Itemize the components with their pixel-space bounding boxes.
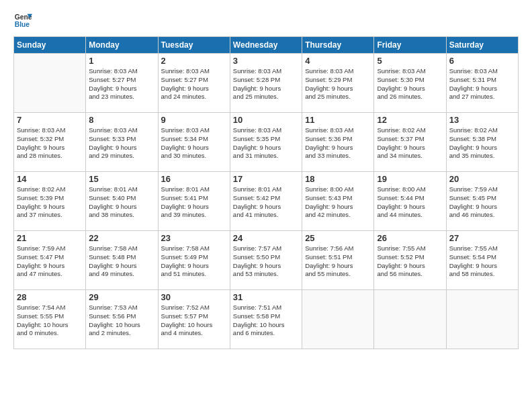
day-number: 12 (377, 115, 443, 125)
cell-details: Sunrise: 7:52 AMSunset: 5:57 PMDaylight:… (161, 304, 227, 338)
calendar-cell: 21Sunrise: 7:59 AMSunset: 5:47 PMDayligh… (14, 231, 86, 290)
day-number: 27 (449, 233, 515, 243)
calendar-table: SundayMondayTuesdayWednesdayThursdayFrid… (13, 36, 519, 349)
calendar-cell: 7Sunrise: 8:03 AMSunset: 5:32 PMDaylight… (14, 113, 86, 172)
cell-details: Sunrise: 8:03 AMSunset: 5:27 PMDaylight:… (161, 67, 227, 101)
day-number: 3 (233, 56, 299, 66)
calendar-cell: 24Sunrise: 7:57 AMSunset: 5:50 PMDayligh… (230, 231, 302, 290)
calendar-cell: 19Sunrise: 8:00 AMSunset: 5:44 PMDayligh… (374, 172, 446, 231)
calendar-cell: 29Sunrise: 7:53 AMSunset: 5:56 PMDayligh… (86, 290, 158, 349)
cell-details: Sunrise: 8:03 AMSunset: 5:32 PMDaylight:… (17, 126, 83, 161)
calendar-cell: 8Sunrise: 8:03 AMSunset: 5:33 PMDaylight… (86, 113, 158, 172)
day-number: 26 (377, 233, 443, 243)
calendar-cell: 28Sunrise: 7:54 AMSunset: 5:55 PMDayligh… (14, 290, 86, 349)
calendar-cell: 10Sunrise: 8:03 AMSunset: 5:35 PMDayligh… (230, 113, 302, 172)
cell-details: Sunrise: 7:57 AMSunset: 5:50 PMDaylight:… (233, 244, 299, 279)
calendar-cell: 26Sunrise: 7:55 AMSunset: 5:52 PMDayligh… (374, 231, 446, 290)
cell-details: Sunrise: 8:03 AMSunset: 5:35 PMDaylight:… (233, 126, 299, 161)
calendar-cell: 1Sunrise: 8:03 AMSunset: 5:27 PMDaylight… (86, 54, 158, 113)
calendar-cell: 3Sunrise: 8:03 AMSunset: 5:28 PMDaylight… (230, 54, 302, 113)
calendar-week-row: 28Sunrise: 7:54 AMSunset: 5:55 PMDayligh… (14, 290, 519, 349)
calendar-cell: 15Sunrise: 8:01 AMSunset: 5:40 PMDayligh… (86, 172, 158, 231)
calendar-cell: 18Sunrise: 8:00 AMSunset: 5:43 PMDayligh… (302, 172, 374, 231)
weekday-header-row: SundayMondayTuesdayWednesdayThursdayFrid… (14, 37, 519, 54)
day-number: 18 (305, 174, 371, 184)
cell-details: Sunrise: 8:01 AMSunset: 5:42 PMDaylight:… (233, 185, 299, 220)
cell-details: Sunrise: 7:51 AMSunset: 5:58 PMDaylight:… (233, 304, 299, 338)
cell-details: Sunrise: 8:03 AMSunset: 5:33 PMDaylight:… (89, 126, 154, 161)
cell-details: Sunrise: 7:54 AMSunset: 5:55 PMDaylight:… (17, 304, 83, 338)
cell-details: Sunrise: 8:03 AMSunset: 5:34 PMDaylight:… (161, 126, 227, 161)
weekday-header-wednesday: Wednesday (230, 37, 302, 54)
day-number: 23 (161, 233, 227, 243)
day-number: 22 (89, 233, 154, 243)
cell-details: Sunrise: 8:03 AMSunset: 5:30 PMDaylight:… (377, 67, 443, 101)
page-header: General Blue (13, 11, 519, 30)
cell-details: Sunrise: 7:59 AMSunset: 5:47 PMDaylight:… (17, 244, 83, 279)
calendar-cell (446, 290, 518, 349)
day-number: 14 (17, 174, 83, 184)
day-number: 25 (305, 233, 371, 243)
calendar-cell (302, 290, 374, 349)
day-number: 11 (305, 115, 371, 125)
cell-details: Sunrise: 8:01 AMSunset: 5:40 PMDaylight:… (89, 185, 154, 220)
day-number: 20 (449, 174, 515, 184)
calendar-week-row: 14Sunrise: 8:02 AMSunset: 5:39 PMDayligh… (14, 172, 519, 231)
day-number: 21 (17, 233, 83, 243)
weekday-header-thursday: Thursday (302, 37, 374, 54)
cell-details: Sunrise: 8:01 AMSunset: 5:41 PMDaylight:… (161, 185, 227, 220)
day-number: 13 (449, 115, 515, 125)
day-number: 31 (233, 292, 299, 302)
day-number: 7 (17, 115, 83, 125)
calendar-cell: 16Sunrise: 8:01 AMSunset: 5:41 PMDayligh… (158, 172, 230, 231)
cell-details: Sunrise: 8:02 AMSunset: 5:38 PMDaylight:… (449, 126, 515, 161)
day-number: 9 (161, 115, 227, 125)
calendar-cell: 22Sunrise: 7:58 AMSunset: 5:48 PMDayligh… (86, 231, 158, 290)
day-number: 29 (89, 292, 154, 302)
day-number: 6 (449, 56, 515, 66)
cell-details: Sunrise: 8:03 AMSunset: 5:27 PMDaylight:… (89, 67, 154, 101)
calendar-cell: 5Sunrise: 8:03 AMSunset: 5:30 PMDaylight… (374, 54, 446, 113)
calendar-cell (374, 290, 446, 349)
day-number: 28 (17, 292, 83, 302)
calendar-cell: 14Sunrise: 8:02 AMSunset: 5:39 PMDayligh… (14, 172, 86, 231)
calendar-cell: 6Sunrise: 8:03 AMSunset: 5:31 PMDaylight… (446, 54, 518, 113)
day-number: 17 (233, 174, 299, 184)
day-number: 8 (89, 115, 154, 125)
svg-text:Blue: Blue (15, 21, 30, 28)
cell-details: Sunrise: 8:02 AMSunset: 5:37 PMDaylight:… (377, 126, 443, 161)
day-number: 10 (233, 115, 299, 125)
day-number: 19 (377, 174, 443, 184)
calendar-cell: 27Sunrise: 7:55 AMSunset: 5:54 PMDayligh… (446, 231, 518, 290)
cell-details: Sunrise: 8:03 AMSunset: 5:36 PMDaylight:… (305, 126, 371, 161)
cell-details: Sunrise: 8:00 AMSunset: 5:43 PMDaylight:… (305, 185, 371, 220)
calendar-cell: 4Sunrise: 8:03 AMSunset: 5:29 PMDaylight… (302, 54, 374, 113)
calendar-cell: 11Sunrise: 8:03 AMSunset: 5:36 PMDayligh… (302, 113, 374, 172)
day-number: 5 (377, 56, 443, 66)
cell-details: Sunrise: 7:55 AMSunset: 5:52 PMDaylight:… (377, 244, 443, 279)
day-number: 4 (305, 56, 371, 66)
calendar-cell: 23Sunrise: 7:58 AMSunset: 5:49 PMDayligh… (158, 231, 230, 290)
calendar-cell: 25Sunrise: 7:56 AMSunset: 5:51 PMDayligh… (302, 231, 374, 290)
cell-details: Sunrise: 7:58 AMSunset: 5:48 PMDaylight:… (89, 244, 154, 279)
day-number: 30 (161, 292, 227, 302)
cell-details: Sunrise: 7:58 AMSunset: 5:49 PMDaylight:… (161, 244, 227, 279)
logo: General Blue (13, 11, 32, 30)
logo-icon: General Blue (13, 11, 32, 30)
calendar-cell: 20Sunrise: 7:59 AMSunset: 5:45 PMDayligh… (446, 172, 518, 231)
cell-details: Sunrise: 8:03 AMSunset: 5:28 PMDaylight:… (233, 67, 299, 101)
cell-details: Sunrise: 8:02 AMSunset: 5:39 PMDaylight:… (17, 185, 83, 220)
day-number: 1 (89, 56, 154, 66)
calendar-cell: 9Sunrise: 8:03 AMSunset: 5:34 PMDaylight… (158, 113, 230, 172)
cell-details: Sunrise: 8:00 AMSunset: 5:44 PMDaylight:… (377, 185, 443, 220)
weekday-header-friday: Friday (374, 37, 446, 54)
calendar-cell: 12Sunrise: 8:02 AMSunset: 5:37 PMDayligh… (374, 113, 446, 172)
calendar-week-row: 7Sunrise: 8:03 AMSunset: 5:32 PMDaylight… (14, 113, 519, 172)
calendar-cell: 31Sunrise: 7:51 AMSunset: 5:58 PMDayligh… (230, 290, 302, 349)
cell-details: Sunrise: 7:55 AMSunset: 5:54 PMDaylight:… (449, 244, 515, 279)
cell-details: Sunrise: 7:53 AMSunset: 5:56 PMDaylight:… (89, 304, 154, 338)
cell-details: Sunrise: 8:03 AMSunset: 5:31 PMDaylight:… (449, 67, 515, 101)
weekday-header-sunday: Sunday (14, 37, 86, 54)
calendar-cell (14, 54, 86, 113)
weekday-header-saturday: Saturday (446, 37, 518, 54)
